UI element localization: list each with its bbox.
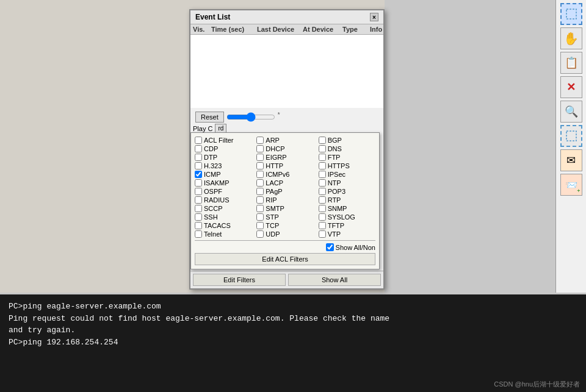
- reset-btn[interactable]: Reset: [195, 112, 224, 123]
- filter-checkbox-vtp[interactable]: [319, 230, 326, 238]
- filter-item: ISAKMP: [195, 179, 251, 187]
- filter-checkbox-syslog[interactable]: [319, 213, 326, 221]
- filter-label: TACACS: [204, 222, 231, 229]
- filter-item: DTP: [195, 154, 251, 161]
- filter-checkbox-radius[interactable]: [195, 196, 202, 204]
- filter-checkbox-https[interactable]: [319, 162, 326, 169]
- speed-slider[interactable]: [226, 112, 275, 123]
- filter-dropdown: ACL FilterARPBGPCDPDHCPDNSDTPEIGRPFTPH.3…: [190, 132, 380, 269]
- filter-label: POP3: [328, 188, 345, 195]
- filter-checkbox-dtp[interactable]: [195, 154, 202, 161]
- filter-item: CDP: [195, 145, 251, 152]
- filter-checkbox-arp[interactable]: [256, 137, 264, 144]
- edit-acl-btn[interactable]: Edit ACL Filters: [195, 253, 375, 265]
- filter-checkbox-ssh[interactable]: [195, 213, 202, 221]
- delete-tool-btn[interactable]: ✕: [560, 76, 582, 98]
- terminal-line: PC>ping eagle-server.example.com: [9, 301, 577, 313]
- filter-checkbox-tftp[interactable]: [319, 222, 326, 229]
- filter-checkbox-http[interactable]: [256, 162, 264, 169]
- filter-item: H.323: [195, 162, 251, 169]
- filter-checkbox-telnet[interactable]: [195, 230, 202, 238]
- filter-label: NTP: [328, 179, 341, 187]
- right-toolbar: ✋ 📋 ✕ 🔍 ✉ 📨 +: [555, 0, 586, 293]
- note-tool-btn[interactable]: 📋: [560, 52, 582, 74]
- filter-checkbox-acl-filter[interactable]: [195, 137, 202, 144]
- select-tool-btn[interactable]: [560, 3, 582, 25]
- edit-filters-btn[interactable]: Edit Filters: [193, 274, 286, 286]
- terminal-line: and try again.: [9, 324, 577, 337]
- connect-tool-btn[interactable]: 📨 +: [560, 174, 582, 196]
- terminal-line: PC>ping 192.168.254.254: [9, 337, 577, 349]
- filter-checkbox-eigrp[interactable]: [256, 154, 264, 161]
- filter-item: BGP: [319, 137, 375, 144]
- filter-label: ACL Filter: [204, 137, 234, 144]
- filter-checkbox-smtp[interactable]: [256, 205, 264, 212]
- filter-label: TFTP: [328, 222, 345, 229]
- filter-checkbox-snmp[interactable]: [319, 205, 326, 212]
- filter-checkbox-pagp[interactable]: [256, 188, 264, 195]
- filter-checkbox-rtp[interactable]: [319, 196, 326, 204]
- show-all-label: Show All/Non: [336, 244, 375, 251]
- svg-rect-1: [566, 131, 576, 141]
- filter-item: ARP: [256, 137, 313, 144]
- filter-label: SMTP: [266, 205, 284, 212]
- email-tool-btn[interactable]: ✉: [560, 149, 582, 171]
- hand-tool-btn[interactable]: ✋: [560, 27, 582, 49]
- filter-checkbox-h.323[interactable]: [195, 162, 202, 169]
- filter-label: RADIUS: [204, 196, 230, 204]
- filter-label: SNMP: [328, 205, 347, 212]
- show-all-btn[interactable]: Show All: [288, 274, 381, 286]
- window-close-btn[interactable]: ×: [370, 13, 378, 21]
- filter-checkbox-icmpv6[interactable]: [256, 171, 264, 178]
- resize-tool-btn[interactable]: [560, 125, 582, 147]
- filter-item: HTTPS: [319, 162, 375, 169]
- filter-checkbox-rip[interactable]: [256, 196, 264, 204]
- filter-item: TACACS: [195, 222, 251, 229]
- filter-grid: ACL FilterARPBGPCDPDHCPDNSDTPEIGRPFTPH.3…: [195, 137, 375, 238]
- filter-label: HTTP: [266, 162, 283, 169]
- filter-checkbox-cdp[interactable]: [195, 145, 202, 152]
- filter-label: SYSLOG: [328, 213, 355, 221]
- filter-item: SMTP: [256, 205, 313, 212]
- filter-checkbox-stp[interactable]: [256, 213, 264, 221]
- event-list-window: Event List × Vis. Time (sec) Last Device…: [189, 9, 385, 290]
- filter-label: ISAKMP: [204, 179, 230, 187]
- filter-label: VTP: [328, 230, 341, 238]
- filter-label: ARP: [266, 137, 280, 144]
- filter-label: RTP: [328, 196, 341, 204]
- filter-checkbox-icmp[interactable]: [195, 171, 202, 178]
- filter-checkbox-udp[interactable]: [256, 230, 264, 238]
- filter-checkbox-ntp[interactable]: [319, 179, 326, 187]
- filter-checkbox-lacp[interactable]: [256, 179, 264, 187]
- filter-label: IPSec: [328, 171, 345, 178]
- col-at: At Device: [303, 26, 342, 33]
- filter-checkbox-bgp[interactable]: [319, 137, 326, 144]
- filter-label: SCCP: [204, 205, 223, 212]
- filter-checkbox-tcp[interactable]: [256, 222, 264, 229]
- event-table-body: [190, 35, 383, 108]
- col-time: Time (sec): [211, 26, 257, 33]
- filter-checkbox-isakmp[interactable]: [195, 179, 202, 187]
- filter-item: FTP: [319, 154, 375, 161]
- filter-checkbox-dns[interactable]: [319, 145, 326, 152]
- play-row: Play C rd: [193, 124, 381, 133]
- reset-area: Reset *: [193, 110, 381, 124]
- filter-checkbox-pop3[interactable]: [319, 188, 326, 195]
- filter-checkbox-tacacs[interactable]: [195, 222, 202, 229]
- filter-label: ICMPv6: [266, 171, 289, 178]
- record-btn[interactable]: rd: [215, 124, 226, 133]
- filter-item: TFTP: [319, 222, 375, 229]
- filter-checkbox-dhcp[interactable]: [256, 145, 264, 152]
- filter-checkbox-sccp[interactable]: [195, 205, 202, 212]
- filter-label: ICMP: [204, 171, 221, 178]
- filter-checkbox-ftp[interactable]: [319, 154, 326, 161]
- filter-checkbox-ipsec[interactable]: [319, 171, 326, 178]
- filter-item: Telnet: [195, 230, 251, 238]
- filter-item: RIP: [256, 196, 313, 204]
- inspect-tool-btn[interactable]: 🔍: [560, 101, 582, 123]
- col-vis: Vis.: [193, 26, 211, 33]
- show-all-checkbox[interactable]: [326, 243, 334, 251]
- filter-checkbox-ospf[interactable]: [195, 188, 202, 195]
- filter-item: VTP: [319, 230, 375, 238]
- filter-label: STP: [266, 213, 278, 221]
